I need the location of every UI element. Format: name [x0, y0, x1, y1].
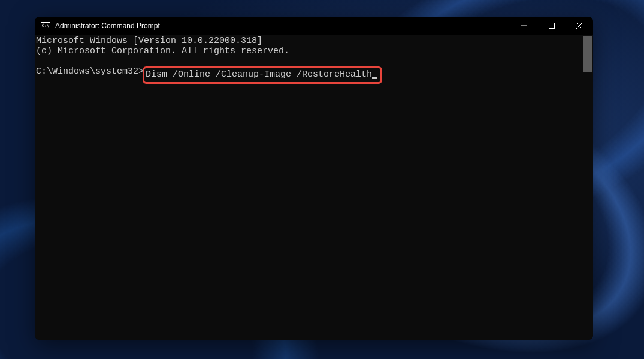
minimize-button[interactable]: [510, 17, 538, 35]
close-button[interactable]: [566, 17, 593, 35]
command-highlight: Dism /Online /Cleanup-Image /RestoreHeal…: [143, 66, 382, 84]
scrollbar-thumb[interactable]: [583, 36, 592, 72]
svg-rect-1: [549, 23, 555, 29]
titlebar[interactable]: C:\ Administrator: Command Prompt: [35, 17, 593, 35]
cmd-icon: C:\: [41, 22, 50, 29]
text-cursor: [372, 77, 377, 79]
prompt-text: C:\Windows\system32>: [36, 66, 144, 77]
maximize-button[interactable]: [538, 17, 566, 35]
window-title: Administrator: Command Prompt: [55, 22, 510, 30]
prompt-line: C:\Windows\system32>Dism /Online /Cleanu…: [36, 66, 593, 84]
command-prompt-window: C:\ Administrator: Command Prompt Micros…: [35, 17, 593, 340]
terminal-area[interactable]: Microsoft Windows [Version 10.0.22000.31…: [35, 35, 593, 340]
window-controls: [510, 17, 593, 35]
version-line: Microsoft Windows [Version 10.0.22000.31…: [36, 36, 593, 46]
copyright-line: (c) Microsoft Corporation. All rights re…: [36, 46, 593, 56]
command-text: Dism /Online /Cleanup-Image /RestoreHeal…: [146, 69, 372, 80]
